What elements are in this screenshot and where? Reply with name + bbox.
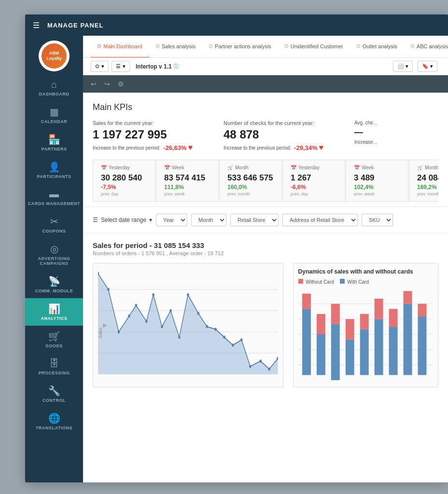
period-header-4: 📅 Week	[354, 165, 400, 170]
heart-icon: ♥	[188, 143, 193, 152]
kpi-avg-label: Avg. che...	[354, 120, 377, 125]
period-sub-0: prev. day	[101, 192, 147, 196]
legend-with-card: With Card	[340, 279, 369, 285]
svg-point-7	[118, 330, 120, 334]
year-filter[interactable]: Year	[156, 214, 187, 226]
svg-rect-40	[360, 314, 368, 329]
display-button[interactable]: ⬜ ▾	[393, 61, 413, 72]
sidebar-item-dashboard[interactable]: ⌂ DASHBOARD	[25, 74, 83, 101]
kpi-sales: Sales for the current year: 1 197 227 99…	[93, 120, 193, 152]
select-date-button[interactable]: ☰ Select date range ▾	[93, 215, 152, 225]
period-sub-2: prev. month	[227, 192, 274, 196]
coupons-icon: ✂	[50, 216, 58, 227]
period-value-1: 83 574 415	[164, 173, 210, 183]
filters-section: ☰ Select date range ▾ Year Month Retail …	[83, 207, 448, 233]
svg-point-22	[249, 365, 251, 368]
period-card-3: 📅 Yesterday 1 267 -6,6% prev. day	[282, 160, 345, 202]
translations-icon: 🌐	[48, 412, 60, 424]
tab-main-dashboard[interactable]: Main Dashboard	[91, 36, 149, 58]
retail-store-filter[interactable]: Retail Store	[230, 214, 279, 226]
undo-icon[interactable]: ↩	[91, 80, 97, 88]
tab-abc-analysis[interactable]: ABC analysis	[404, 36, 448, 58]
processing-icon: 🗄	[49, 358, 59, 369]
kpi-checks-change-label: Increase to the previous period:	[224, 145, 291, 151]
svg-point-20	[232, 343, 234, 347]
period-value-0: 30 280 540	[101, 173, 147, 183]
participants-icon: 👤	[48, 161, 60, 173]
sidebar-item-calendar[interactable]: ▦ CALENDAR	[25, 101, 83, 129]
sidebar-item-advertising-campaigns[interactable]: ◎ ADVERTISING CAMPAIGNS	[25, 238, 83, 271]
svg-point-11	[152, 293, 154, 297]
bookmark-button[interactable]: 🔖 ▾	[418, 61, 437, 72]
kpi-sales-value: 1 197 227 995	[93, 128, 193, 141]
sidebar-item-comm-module[interactable]: 📡 COMM. MODULE	[25, 271, 83, 298]
period-value-5: 24 084	[417, 173, 438, 183]
legend-dot-with	[340, 279, 345, 284]
comm-icon: 📡	[48, 275, 60, 287]
period-card-0: 📅 Yesterday 30 280 540 -7,5% prev. day	[93, 160, 155, 202]
svg-point-14	[178, 336, 180, 339]
address-filter[interactable]: Address of Retail Store	[282, 214, 358, 226]
sidebar-item-partners[interactable]: 🏪 PARTNERS	[25, 129, 83, 156]
sidebar-item-participants[interactable]: 👤 PARTICIPANTS	[25, 156, 83, 184]
period-value-3: 1 267	[291, 173, 337, 183]
period-card-5: 🛒 Month 24 084 169,2% prev. month	[409, 160, 438, 202]
svg-point-18	[214, 328, 216, 331]
content-area: Main Dashboard Sales analysis Partner ac…	[83, 36, 448, 482]
period-sub-5: prev. month	[417, 192, 438, 196]
svg-point-10	[145, 320, 147, 323]
tab-unidentified-customer[interactable]: Unidentified Customer	[278, 36, 350, 58]
period-header-3: 📅 Yesterday	[291, 165, 337, 170]
cart-icon-5: 🛒	[417, 165, 423, 170]
period-change-1: 111,8%	[164, 184, 210, 191]
period-card-2: 🛒 Month 533 646 575 160,0% prev. month	[219, 160, 282, 202]
tab-partner-actions-analysis[interactable]: Partner actions analysis	[202, 36, 278, 58]
redo-icon[interactable]: ↪	[104, 80, 110, 88]
sidebar-item-goods[interactable]: 🛒 GOODS	[25, 326, 83, 353]
compass-button[interactable]: ⊙ ▾	[91, 61, 109, 72]
kpi-avg: Avg. che... — Increase...	[354, 120, 377, 152]
control-icon: 🔧	[48, 385, 60, 397]
dashboard-icon: ⌂	[51, 79, 57, 90]
period-change-4: 102,4%	[354, 184, 400, 191]
period-value-2: 533 646 575	[227, 173, 274, 183]
hamburger-icon[interactable]: ☰	[33, 21, 40, 30]
svg-rect-45	[403, 304, 412, 375]
tab-outlet-analysis[interactable]: Outlet analysis	[350, 36, 404, 58]
period-header-2: 🛒 Month	[227, 165, 274, 170]
sales-chart-subtitle: Numbers of orders - 1 576 951 , Average …	[93, 250, 438, 256]
tab-sales-analysis[interactable]: Sales analysis	[149, 36, 202, 58]
arrow-left-icon[interactable]: ▶	[103, 322, 107, 329]
sidebar-item-cards-management[interactable]: ▬ CARDS MANAGEMENT	[25, 184, 83, 211]
kpi-avg-change-label: Increase...	[354, 139, 377, 145]
tabs-bar: Main Dashboard Sales analysis Partner ac…	[83, 36, 448, 58]
period-sub-4: prev. week	[354, 192, 400, 196]
period-card-1: 📅 Week 83 574 415 111,8% prev. week	[156, 160, 219, 202]
sidebar-item-processing[interactable]: 🗄 PROCESSING	[25, 353, 83, 380]
tab-dot	[285, 44, 288, 48]
analytics-icon: 📊	[48, 303, 60, 315]
list-button[interactable]: ☰ ▾	[112, 61, 130, 72]
info-icon[interactable]: ⓘ	[173, 63, 179, 70]
calendar-icon: ▦	[50, 106, 59, 118]
svg-rect-32	[302, 294, 311, 309]
sidebar-item-translations[interactable]: 🌐 TRANSLATIONS	[25, 408, 83, 435]
settings-icon[interactable]: ⚙	[118, 80, 124, 88]
sidebar-item-analytics[interactable]: 📊 ANALYTICS	[25, 298, 83, 326]
sku-filter[interactable]: SKU	[362, 214, 393, 226]
period-cards: 📅 Yesterday 30 280 540 -7,5% prev. day 📅…	[93, 160, 438, 202]
logo-inner: ABMLoyalty	[42, 43, 67, 69]
svg-rect-33	[316, 334, 325, 375]
sidebar-item-control[interactable]: 🔧 CONTROL	[25, 380, 83, 408]
svg-point-12	[161, 325, 163, 329]
svg-rect-41	[374, 319, 383, 375]
sales-chart-title: Sales for period - 31 085 154 333	[93, 241, 438, 249]
bar-chart-legend: Without Card With Card	[298, 279, 433, 285]
cart-icon-2: 🛒	[227, 165, 233, 170]
list-icon: ☰	[116, 63, 121, 69]
sidebar-item-coupons[interactable]: ✂ COUPONS	[25, 211, 83, 238]
period-header-5: 🛒 Month	[417, 165, 438, 170]
month-filter[interactable]: Month	[191, 214, 226, 226]
period-header-1: 📅 Week	[164, 165, 210, 170]
bar-chart-svg	[298, 288, 433, 380]
